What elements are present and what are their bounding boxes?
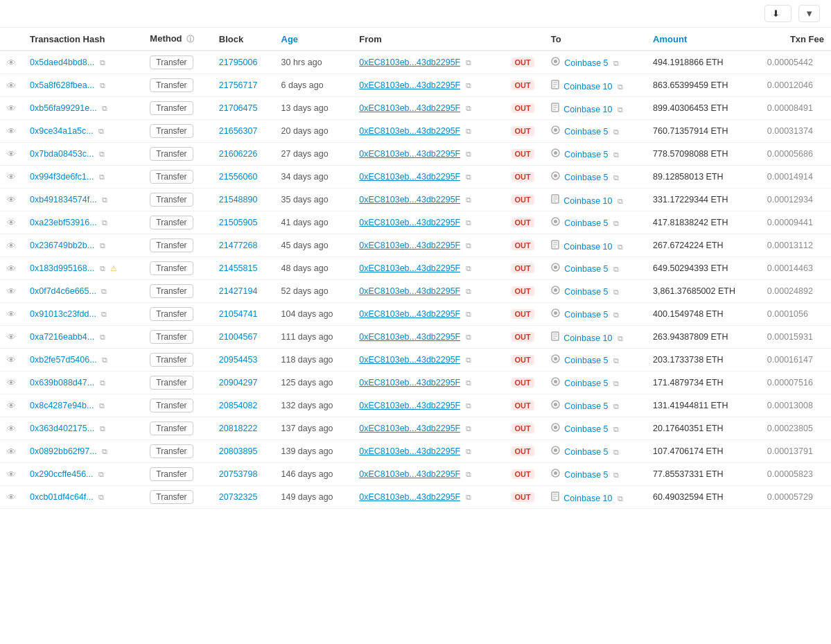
to-link[interactable]: Coinbase 5 xyxy=(564,310,608,320)
tx-hash-link[interactable]: 0x994f3de6fc1... xyxy=(30,172,94,182)
from-copy-icon[interactable]: ⧉ xyxy=(466,241,471,250)
warn-icon[interactable]: ⚠ xyxy=(110,264,117,272)
from-copy-icon[interactable]: ⧉ xyxy=(466,287,471,295)
to-copy-icon[interactable]: ⧉ xyxy=(613,128,619,136)
eye-icon[interactable]: 👁 xyxy=(7,126,16,137)
from-copy-icon[interactable]: ⧉ xyxy=(466,333,471,341)
block-link[interactable]: 21556060 xyxy=(219,172,258,182)
tx-hash-link[interactable]: 0xb491834574f... xyxy=(30,195,97,204)
tx-hash-link[interactable]: 0x5daed4bbd8... xyxy=(30,58,94,67)
copy-icon[interactable]: ⧉ xyxy=(100,424,105,433)
to-copy-icon[interactable]: ⧉ xyxy=(613,150,619,159)
block-link[interactable]: 20732325 xyxy=(219,492,258,502)
from-addr-link[interactable]: 0xEC8103eb...43db2295F xyxy=(359,263,460,273)
tx-hash-link[interactable]: 0xb2fe57d5406... xyxy=(30,355,97,365)
to-link[interactable]: Coinbase 5 xyxy=(564,378,608,388)
tx-hash-link[interactable]: 0x290ccffe456... xyxy=(30,469,94,479)
from-addr-link[interactable]: 0xEC8103eb...43db2295F xyxy=(359,241,460,250)
eye-icon[interactable]: 👁 xyxy=(7,286,16,297)
block-link[interactable]: 20818222 xyxy=(219,424,258,433)
copy-icon[interactable]: ⧉ xyxy=(98,127,104,135)
from-copy-icon[interactable]: ⧉ xyxy=(466,195,471,204)
to-copy-icon[interactable]: ⧉ xyxy=(613,402,619,410)
to-link[interactable]: Coinbase 5 xyxy=(564,127,608,137)
to-link[interactable]: Coinbase 5 xyxy=(564,218,608,228)
block-link[interactable]: 21455815 xyxy=(219,263,258,273)
to-link[interactable]: Coinbase 10 xyxy=(563,105,612,114)
to-copy-icon[interactable]: ⧉ xyxy=(613,471,619,479)
to-copy-icon[interactable]: ⧉ xyxy=(618,105,623,114)
eye-icon[interactable]: 👁 xyxy=(7,492,16,503)
from-addr-link[interactable]: 0xEC8103eb...43db2295F xyxy=(359,378,460,388)
to-link[interactable]: Coinbase 10 xyxy=(563,494,612,503)
block-link[interactable]: 21756717 xyxy=(219,80,258,90)
from-addr-link[interactable]: 0xEC8103eb...43db2295F xyxy=(359,103,460,113)
to-copy-icon[interactable]: ⧉ xyxy=(613,311,619,319)
from-addr-link[interactable]: 0xEC8103eb...43db2295F xyxy=(359,58,460,67)
tx-hash-link[interactable]: 0xa23ebf53916... xyxy=(30,218,97,227)
copy-icon[interactable]: ⧉ xyxy=(100,81,105,89)
method-info-icon[interactable]: ⓘ xyxy=(186,35,194,43)
to-link[interactable]: Coinbase 5 xyxy=(564,447,608,457)
from-copy-icon[interactable]: ⧉ xyxy=(466,378,471,387)
block-link[interactable]: 20803895 xyxy=(219,446,258,456)
copy-icon[interactable]: ⧉ xyxy=(102,356,107,364)
from-copy-icon[interactable]: ⧉ xyxy=(466,104,471,112)
from-copy-icon[interactable]: ⧉ xyxy=(466,264,471,272)
to-copy-icon[interactable]: ⧉ xyxy=(613,448,619,456)
eye-icon[interactable]: 👁 xyxy=(7,469,16,480)
to-copy-icon[interactable]: ⧉ xyxy=(613,425,619,433)
block-link[interactable]: 21548890 xyxy=(219,195,258,204)
to-link[interactable]: Coinbase 10 xyxy=(563,242,612,252)
block-link[interactable]: 21606226 xyxy=(219,149,258,159)
to-link[interactable]: Coinbase 5 xyxy=(564,424,608,434)
tx-hash-link[interactable]: 0x9ce34a1a5c... xyxy=(30,126,94,136)
copy-icon[interactable]: ⧉ xyxy=(102,195,107,204)
to-link[interactable]: Coinbase 5 xyxy=(564,470,608,480)
tx-hash-link[interactable]: 0x0f7d4c6e665... xyxy=(30,286,96,296)
eye-icon[interactable]: 👁 xyxy=(7,218,16,228)
from-addr-link[interactable]: 0xEC8103eb...43db2295F xyxy=(359,126,460,136)
block-link[interactable]: 20904297 xyxy=(219,378,258,388)
tx-hash-link[interactable]: 0x91013c23fdd... xyxy=(30,309,96,319)
copy-icon[interactable]: ⧉ xyxy=(101,310,107,318)
eye-icon[interactable]: 👁 xyxy=(7,355,16,365)
from-addr-link[interactable]: 0xEC8103eb...43db2295F xyxy=(359,332,460,342)
from-copy-icon[interactable]: ⧉ xyxy=(466,127,471,135)
eye-icon[interactable]: 👁 xyxy=(7,446,16,457)
from-copy-icon[interactable]: ⧉ xyxy=(466,218,471,227)
from-addr-link[interactable]: 0xEC8103eb...43db2295F xyxy=(359,149,460,159)
copy-icon[interactable]: ⧉ xyxy=(100,241,105,250)
tx-hash-link[interactable]: 0xa7216eabb4... xyxy=(30,332,94,342)
from-copy-icon[interactable]: ⧉ xyxy=(466,81,471,89)
block-link[interactable]: 20753798 xyxy=(219,469,258,479)
eye-icon[interactable]: 👁 xyxy=(7,195,16,205)
filter-button[interactable]: ▼ xyxy=(798,5,820,22)
from-copy-icon[interactable]: ⧉ xyxy=(466,493,471,501)
copy-icon[interactable]: ⧉ xyxy=(99,173,105,181)
block-link[interactable]: 21656307 xyxy=(219,126,258,136)
to-copy-icon[interactable]: ⧉ xyxy=(618,197,623,205)
from-addr-link[interactable]: 0xEC8103eb...43db2295F xyxy=(359,469,460,479)
to-link[interactable]: Coinbase 10 xyxy=(563,82,612,92)
from-copy-icon[interactable]: ⧉ xyxy=(466,173,471,181)
block-link[interactable]: 21054741 xyxy=(219,309,258,319)
from-copy-icon[interactable]: ⧉ xyxy=(466,470,471,478)
copy-icon[interactable]: ⧉ xyxy=(102,218,107,227)
from-addr-link[interactable]: 0xEC8103eb...43db2295F xyxy=(359,446,460,456)
eye-icon[interactable]: 👁 xyxy=(7,378,16,388)
block-link[interactable]: 21004567 xyxy=(219,332,258,342)
eye-icon[interactable]: 👁 xyxy=(7,103,16,114)
from-addr-link[interactable]: 0xEC8103eb...43db2295F xyxy=(359,309,460,319)
from-addr-link[interactable]: 0xEC8103eb...43db2295F xyxy=(359,286,460,296)
eye-icon[interactable]: 👁 xyxy=(7,401,16,411)
from-copy-icon[interactable]: ⧉ xyxy=(466,447,471,455)
copy-icon[interactable]: ⧉ xyxy=(99,150,105,158)
to-copy-icon[interactable]: ⧉ xyxy=(613,265,619,273)
to-copy-icon[interactable]: ⧉ xyxy=(618,494,623,503)
to-link[interactable]: Coinbase 10 xyxy=(563,333,612,343)
to-copy-icon[interactable]: ⧉ xyxy=(613,219,619,227)
block-link[interactable]: 21706475 xyxy=(219,103,258,113)
eye-icon[interactable]: 👁 xyxy=(7,80,16,91)
tx-hash-link[interactable]: 0xb56fa99291e... xyxy=(30,103,97,113)
